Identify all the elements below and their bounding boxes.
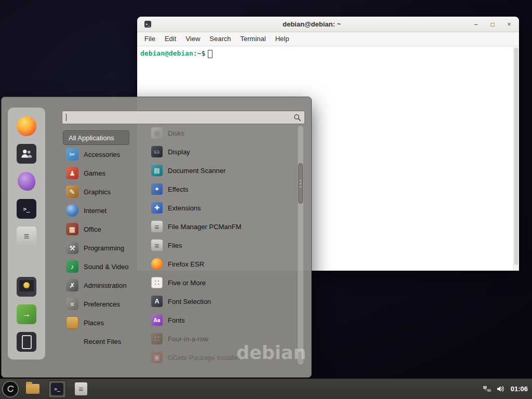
- file-manager-launcher[interactable]: [26, 384, 39, 394]
- menu-view[interactable]: View: [181, 32, 205, 46]
- app-item-extensions[interactable]: Extensions: [151, 198, 297, 217]
- category-recent-files[interactable]: Recent Files: [63, 332, 149, 351]
- pidgin-icon: [18, 172, 35, 191]
- app-label: Four-in-a-row: [168, 335, 208, 343]
- category-label: Programming: [84, 244, 124, 252]
- app-item-fonts[interactable]: Fonts: [151, 311, 297, 329]
- category-label: Accessories: [84, 151, 120, 158]
- category-games[interactable]: Games: [63, 164, 149, 182]
- maximize-button[interactable]: □: [489, 20, 496, 29]
- four-in-a-row-icon: [151, 333, 163, 344]
- search-input[interactable]: [66, 114, 294, 122]
- app-item-effects[interactable]: Effects: [151, 180, 297, 198]
- network-icon[interactable]: [483, 385, 491, 393]
- firefox-icon: [151, 258, 163, 270]
- file-manager-icon: [17, 227, 36, 246]
- administration-icon: [66, 279, 78, 291]
- programming-icon: [66, 242, 78, 254]
- menu-scrollbar-thumb[interactable]: [298, 163, 303, 204]
- display-icon: [151, 146, 163, 157]
- menu-search-box[interactable]: [62, 111, 305, 124]
- app-item-firefox-esr[interactable]: Firefox ESR: [151, 255, 297, 273]
- app-item-file-manager-pcmanfm[interactable]: File Manager PCManFM: [151, 217, 297, 236]
- prompt-path: :~$: [193, 49, 205, 57]
- files-launcher[interactable]: [75, 382, 87, 395]
- document-scanner-icon: [151, 165, 163, 176]
- menu-file[interactable]: File: [140, 32, 160, 46]
- favorites-panel: [8, 108, 45, 360]
- clock[interactable]: 01:06: [510, 385, 528, 393]
- category-label: Recent Files: [84, 338, 121, 345]
- terminal-titlebar[interactable]: debian@debian: ~ – □ ×: [137, 17, 519, 32]
- app-label: Display: [168, 148, 190, 156]
- app-label: Extensions: [168, 204, 201, 212]
- app-item-gdebi-package-installer[interactable]: GDebi Package Installer: [151, 348, 297, 367]
- terminal-task-button[interactable]: [48, 380, 66, 398]
- volume-icon[interactable]: [496, 385, 505, 393]
- category-places[interactable]: Places: [63, 313, 149, 332]
- app-label: Disks: [168, 129, 184, 137]
- category-sound-video[interactable]: Sound & Video: [63, 257, 149, 276]
- screenshot-icon: [17, 277, 36, 297]
- applications-list: Disks Display Document Scanner Effects E…: [151, 124, 297, 367]
- graphics-icon: [66, 185, 78, 198]
- category-graphics[interactable]: Graphics: [63, 182, 149, 201]
- category-administration[interactable]: Administration: [63, 276, 149, 295]
- terminal-scrollbar[interactable]: [513, 47, 519, 271]
- favorite-phone[interactable]: [16, 331, 37, 352]
- app-item-five-or-more[interactable]: Five or More: [151, 273, 297, 292]
- favorite-firefox[interactable]: [16, 116, 37, 137]
- category-label: Preferences: [84, 300, 120, 308]
- app-label: Effects: [168, 185, 189, 193]
- menu-help[interactable]: Help: [271, 32, 294, 46]
- app-label: Firefox ESR: [168, 260, 204, 268]
- app-label: Document Scanner: [168, 167, 225, 175]
- favorite-users[interactable]: [16, 143, 37, 164]
- app-item-four-in-a-row[interactable]: Four-in-a-row: [151, 329, 297, 348]
- category-accessories[interactable]: Accessories: [63, 145, 149, 164]
- sound-video-icon: [66, 260, 78, 273]
- app-label: Font Selection: [168, 298, 211, 305]
- category-all-applications[interactable]: All Applications: [63, 130, 129, 145]
- terminal-title: debian@debian: ~: [151, 20, 472, 28]
- menu-scrollbar[interactable]: [297, 125, 304, 365]
- terminal-scrollbar-thumb[interactable]: [514, 48, 518, 265]
- applications-menu-button[interactable]: [2, 380, 19, 398]
- app-item-display[interactable]: Display: [151, 142, 297, 161]
- minimize-button[interactable]: –: [472, 20, 480, 29]
- file-manager-icon: [151, 221, 163, 232]
- favorite-pidgin[interactable]: [16, 171, 37, 192]
- accessories-icon: [66, 148, 78, 161]
- category-preferences[interactable]: Preferences: [63, 295, 149, 313]
- favorite-file-manager[interactable]: [16, 226, 37, 247]
- debian-swirl-icon: [2, 380, 19, 398]
- font-selection-icon: [151, 296, 163, 307]
- category-office[interactable]: Office: [63, 220, 149, 238]
- app-item-document-scanner[interactable]: Document Scanner: [151, 161, 297, 180]
- taskbar: 01:06: [0, 378, 532, 399]
- disks-icon: [151, 127, 163, 139]
- terminal-window-icon: [144, 21, 151, 28]
- app-item-font-selection[interactable]: Font Selection: [151, 292, 297, 311]
- category-label: Sound & Video: [84, 263, 129, 271]
- favorite-logout[interactable]: [16, 304, 37, 325]
- menu-edit[interactable]: Edit: [160, 32, 181, 46]
- terminal-cursor: [208, 50, 212, 58]
- applications-menu-popup: All Applications Accessories Games Graph…: [1, 97, 312, 378]
- category-label: Graphics: [84, 188, 111, 196]
- menu-terminal[interactable]: Terminal: [236, 32, 271, 46]
- logout-icon: [17, 304, 36, 324]
- favorite-screenshot[interactable]: [16, 276, 37, 297]
- category-label: Administration: [84, 282, 126, 289]
- menu-search[interactable]: Search: [205, 32, 235, 46]
- favorite-terminal[interactable]: [16, 198, 37, 219]
- app-label: Fonts: [168, 316, 185, 324]
- category-programming[interactable]: Programming: [63, 238, 149, 257]
- phone-icon: [17, 332, 36, 352]
- app-item-disks[interactable]: Disks: [151, 124, 297, 142]
- app-item-files[interactable]: Files: [151, 236, 297, 255]
- fonts-icon: [151, 314, 163, 326]
- close-button[interactable]: ×: [506, 20, 513, 29]
- category-internet[interactable]: Internet: [63, 201, 149, 220]
- office-icon: [66, 223, 78, 235]
